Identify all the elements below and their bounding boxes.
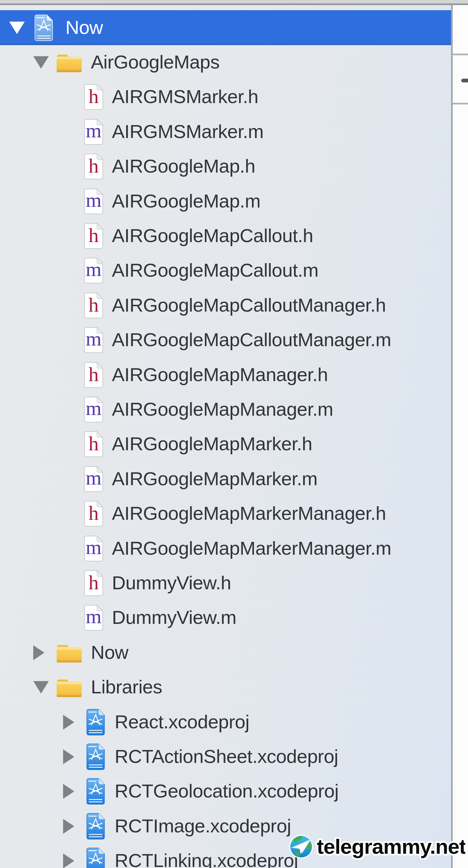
disclosure-down-icon[interactable] [33, 681, 49, 694]
file-type-letter: m [83, 537, 104, 557]
file-tree-row-label: RCTImage.xcodeproj [115, 815, 291, 837]
implementation-file-icon: m [83, 396, 104, 423]
file-tree-row-label: Now [91, 641, 129, 663]
file-tree-row[interactable]: m AIRGoogleMapCalloutManager.m [0, 323, 451, 358]
file-tree-row-label: AIRGoogleMapCalloutManager.h [112, 294, 386, 316]
file-tree-row[interactable]: AirGoogleMaps [0, 45, 451, 80]
file-tree-row[interactable]: m DummyView.m [0, 600, 451, 635]
file-tree-row[interactable]: Now [0, 635, 451, 670]
partial-dash-glyph [461, 79, 468, 82]
file-tree-row[interactable]: m AIRGoogleMapMarker.m [0, 461, 451, 496]
file-tree-row-label: RCTLinking.xcodeproj [115, 849, 298, 868]
xcode-window: Now AirGoogleMaps h AIRGMSMarker.h m AIR… [0, 0, 468, 868]
file-type-letter: m [83, 120, 104, 141]
header-file-icon: h [83, 292, 104, 319]
file-tree-row-label: AIRGoogleMapMarkerManager.h [112, 502, 386, 524]
file-tree-row-label: AIRGoogleMap.m [112, 190, 260, 212]
disclosure-right-icon[interactable] [63, 853, 74, 868]
file-type-letter: m [83, 398, 104, 418]
watermark: telegrammy.net [289, 831, 465, 862]
file-tree-row[interactable]: h AIRGoogleMapCallout.h [0, 218, 451, 253]
editor-pane-sliver [453, 5, 468, 868]
xcodeproj-file-icon [86, 847, 105, 868]
file-tree-row-label: AIRGoogleMapCallout.h [112, 224, 313, 246]
window-top-strip [0, 0, 468, 3]
file-type-letter: m [83, 606, 104, 627]
header-file-icon: h [83, 431, 104, 457]
header-file-icon: h [83, 223, 104, 249]
file-tree-row-label: RCTActionSheet.xcodeproj [115, 745, 338, 767]
watermark-text: telegrammy.net [317, 835, 465, 858]
file-type-letter: m [83, 259, 104, 279]
xcode-project-icon [34, 14, 53, 41]
disclosure-down-icon[interactable] [33, 56, 49, 68]
file-tree-row[interactable]: Now [0, 10, 451, 45]
file-type-letter: m [83, 468, 104, 488]
file-type-letter: h [83, 86, 104, 106]
file-tree-row[interactable]: m AIRGoogleMap.m [0, 184, 451, 219]
header-file-icon: h [83, 84, 104, 110]
file-tree-row[interactable]: h AIRGMSMarker.h [0, 80, 451, 115]
folder-icon [56, 642, 83, 663]
file-type-letter: h [83, 295, 104, 315]
file-tree-row-label: AIRGoogleMap.h [112, 155, 255, 177]
disclosure-down-icon[interactable] [9, 21, 25, 34]
header-file-icon: h [83, 153, 104, 180]
file-tree-row-label: AirGoogleMaps [91, 51, 219, 73]
file-type-letter: m [83, 190, 104, 210]
implementation-file-icon: m [83, 257, 104, 284]
disclosure-right-icon[interactable] [63, 715, 74, 730]
implementation-file-icon: m [83, 605, 104, 631]
file-tree-row-label: AIRGoogleMapManager.h [112, 363, 328, 386]
header-file-icon: h [83, 500, 104, 527]
folder-icon [56, 52, 83, 73]
file-type-letter: h [83, 433, 104, 454]
file-tree-row[interactable]: h AIRGoogleMap.h [0, 149, 451, 184]
implementation-file-icon: m [83, 535, 104, 562]
file-tree-row[interactable]: React.xcodeproj [0, 705, 451, 739]
disclosure-right-icon[interactable] [63, 749, 74, 764]
file-tree-row-label: AIRGoogleMapCallout.m [112, 259, 318, 281]
editor-row-divider [453, 54, 468, 55]
file-tree-row[interactable]: m AIRGoogleMapMarkerManager.m [0, 531, 451, 566]
file-tree-row[interactable]: RCTGeolocation.xcodeproj [0, 774, 451, 809]
xcodeproj-file-icon [86, 743, 105, 770]
file-tree-row-label: RCTGeolocation.xcodeproj [115, 780, 338, 802]
file-type-letter: m [83, 329, 104, 349]
implementation-file-icon: m [83, 119, 104, 145]
implementation-file-icon: m [83, 188, 104, 215]
file-type-letter: h [83, 156, 104, 176]
file-tree-row[interactable]: Libraries [0, 670, 451, 705]
file-type-letter: h [83, 364, 104, 384]
disclosure-right-icon[interactable] [33, 645, 44, 660]
file-tree-row-label: AIRGoogleMapCalloutManager.m [112, 329, 391, 351]
file-tree-row-label: AIRGoogleMapMarkerManager.m [112, 537, 391, 559]
file-tree-row-label: AIRGoogleMapMarker.m [112, 468, 317, 490]
file-tree-row[interactable]: m AIRGoogleMapCallout.m [0, 253, 451, 288]
header-file-icon: h [83, 362, 104, 388]
header-file-icon: h [83, 570, 104, 596]
file-tree-row-label: Libraries [91, 676, 162, 698]
file-tree-row[interactable]: RCTActionSheet.xcodeproj [0, 739, 451, 774]
file-tree-row-label: AIRGoogleMapManager.m [112, 398, 333, 420]
xcodeproj-file-icon [86, 813, 105, 840]
file-tree-row[interactable]: m AIRGMSMarker.m [0, 114, 451, 149]
implementation-file-icon: m [83, 327, 104, 353]
file-tree-row[interactable]: h AIRGoogleMapMarker.h [0, 427, 451, 462]
file-tree-row-label: AIRGoogleMapMarker.h [112, 433, 312, 455]
implementation-file-icon: m [83, 466, 104, 492]
file-tree-row[interactable]: h DummyView.h [0, 566, 451, 600]
file-tree-row-label: DummyView.h [112, 572, 231, 594]
telegram-globe-icon [289, 835, 313, 859]
xcodeproj-file-icon [86, 778, 105, 805]
file-tree-row[interactable]: h AIRGoogleMapManager.h [0, 357, 451, 392]
file-tree-row[interactable]: h AIRGoogleMapCalloutManager.h [0, 288, 451, 323]
disclosure-right-icon[interactable] [63, 819, 74, 834]
xcodeproj-file-icon [86, 709, 105, 736]
file-tree-row-label: AIRGMSMarker.m [112, 120, 264, 142]
file-tree-row-label: DummyView.m [112, 606, 236, 628]
file-tree-row[interactable]: m AIRGoogleMapManager.m [0, 392, 451, 427]
disclosure-right-icon[interactable] [63, 784, 74, 799]
editor-row-divider [453, 103, 468, 104]
file-tree-row[interactable]: h AIRGoogleMapMarkerManager.h [0, 496, 451, 531]
